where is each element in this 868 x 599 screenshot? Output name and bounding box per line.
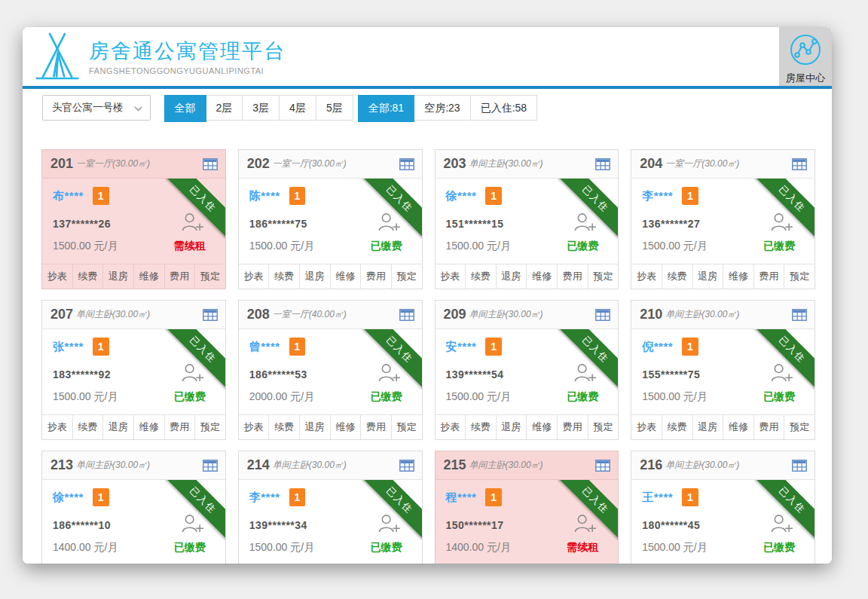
action-renew-button[interactable]: 续费 <box>465 264 496 289</box>
action-repair-button[interactable]: 维修 <box>133 264 164 289</box>
room-card[interactable]: 208 一室一厅(40.00㎡) 曾**** 1 186******53 <box>238 300 423 440</box>
add-tenant-icon[interactable] <box>573 513 597 536</box>
action-checkout-button[interactable]: 退房 <box>692 264 723 289</box>
add-tenant-icon[interactable] <box>377 362 401 386</box>
action-fees-button[interactable]: 费用 <box>753 415 784 439</box>
tenant-name-link[interactable]: 布**** <box>53 189 84 203</box>
building-select[interactable]: 头官公寓一号楼 <box>42 95 151 121</box>
action-repair-button[interactable]: 维修 <box>526 415 557 439</box>
action-meter-button[interactable]: 抄表 <box>631 264 662 289</box>
bill-table-icon[interactable] <box>203 460 218 472</box>
action-renew-button[interactable]: 续费 <box>662 415 692 439</box>
housing-center-button[interactable]: 房屋中心 <box>779 27 832 86</box>
tenant-name-link[interactable]: 徐**** <box>53 491 84 505</box>
bill-table-icon[interactable] <box>399 460 414 472</box>
action-reserve-button[interactable]: 预定 <box>391 415 422 439</box>
room-card[interactable]: 203 单间主卧(30.00㎡) 徐**** 1 151******15 <box>435 149 619 289</box>
add-tenant-icon[interactable] <box>770 513 793 536</box>
room-card[interactable]: 214 单间主卧(30.00㎡) 李**** 1 139******34 <box>238 451 423 564</box>
action-repair-button[interactable]: 维修 <box>133 415 164 439</box>
action-checkout-button[interactable]: 退房 <box>496 415 527 439</box>
action-renew-button[interactable]: 续费 <box>72 415 103 439</box>
action-reserve-button[interactable]: 预定 <box>194 415 225 439</box>
room-card[interactable]: 201 一室一厅(30.00㎡) 布**** 1 137******26 <box>41 149 226 289</box>
action-fees-button[interactable]: 费用 <box>164 415 195 439</box>
add-tenant-icon[interactable] <box>181 212 204 235</box>
action-checkout-button[interactable]: 退房 <box>496 264 527 289</box>
action-meter-button[interactable]: 抄表 <box>436 415 466 439</box>
action-renew-button[interactable]: 续费 <box>465 415 496 439</box>
tenant-name-link[interactable]: 程**** <box>446 491 477 505</box>
action-fees-button[interactable]: 费用 <box>360 415 391 439</box>
action-fees-button[interactable]: 费用 <box>164 264 195 289</box>
tenant-name-link[interactable]: 徐**** <box>446 189 477 203</box>
action-meter-button[interactable]: 抄表 <box>42 264 72 289</box>
action-reserve-button[interactable]: 预定 <box>588 264 619 289</box>
action-checkout-button[interactable]: 退房 <box>299 264 330 289</box>
room-card[interactable]: 202 一室一厅(30.00㎡) 陈**** 1 186******75 <box>238 149 423 289</box>
add-tenant-icon[interactable] <box>181 362 204 386</box>
action-checkout-button[interactable]: 退房 <box>102 264 133 289</box>
room-card[interactable]: 207 单间主卧(30.00㎡) 张**** 1 183******92 <box>41 300 226 440</box>
add-tenant-icon[interactable] <box>377 513 401 536</box>
action-renew-button[interactable]: 续费 <box>268 264 299 289</box>
room-card[interactable]: 213 单间主卧(30.00㎡) 徐**** 1 186******10 <box>41 451 226 564</box>
action-reserve-button[interactable]: 预定 <box>391 264 422 289</box>
tab-floor-2[interactable]: 2层 <box>206 96 243 120</box>
action-repair-button[interactable]: 维修 <box>723 264 753 289</box>
room-card[interactable]: 204 一室一厅(30.00㎡) 李**** 1 136******27 <box>631 149 815 289</box>
action-renew-button[interactable]: 续费 <box>72 264 103 289</box>
action-checkout-button[interactable]: 退房 <box>299 415 330 439</box>
action-fees-button[interactable]: 费用 <box>360 264 391 289</box>
tenant-name-link[interactable]: 王**** <box>642 491 673 505</box>
tab-floor-4[interactable]: 4层 <box>279 96 316 120</box>
bill-table-icon[interactable] <box>792 460 807 472</box>
action-reserve-button[interactable]: 预定 <box>784 264 815 289</box>
add-tenant-icon[interactable] <box>181 513 204 536</box>
action-repair-button[interactable]: 维修 <box>526 264 557 289</box>
bill-table-icon[interactable] <box>792 158 807 170</box>
action-repair-button[interactable]: 维修 <box>330 415 361 439</box>
room-card[interactable]: 215 单间主卧(30.00㎡) 程**** 1 150******17 <box>435 451 619 564</box>
tab-floor-3[interactable]: 3层 <box>242 96 279 120</box>
action-checkout-button[interactable]: 退房 <box>692 415 723 439</box>
bill-table-icon[interactable] <box>203 309 218 321</box>
bill-table-icon[interactable] <box>203 158 218 170</box>
bill-table-icon[interactable] <box>399 158 414 170</box>
action-checkout-button[interactable]: 退房 <box>102 415 133 439</box>
add-tenant-icon[interactable] <box>573 212 597 235</box>
action-meter-button[interactable]: 抄表 <box>631 415 662 439</box>
action-reserve-button[interactable]: 预定 <box>194 264 225 289</box>
tenant-name-link[interactable]: 李**** <box>642 189 673 203</box>
tenant-name-link[interactable]: 陈**** <box>249 189 280 203</box>
room-card[interactable]: 210 单间主卧(30.00㎡) 倪**** 1 155******75 <box>631 300 815 440</box>
bill-table-icon[interactable] <box>399 309 414 321</box>
action-meter-button[interactable]: 抄表 <box>436 264 466 289</box>
tab-count-occupied[interactable]: 已入住:58 <box>470 96 536 120</box>
tenant-name-link[interactable]: 安**** <box>446 340 477 354</box>
action-renew-button[interactable]: 续费 <box>268 415 299 439</box>
room-card[interactable]: 216 单间主卧(30.00㎡) 王**** 1 180******45 <box>631 451 815 564</box>
action-reserve-button[interactable]: 预定 <box>588 415 619 439</box>
action-reserve-button[interactable]: 预定 <box>784 415 815 439</box>
add-tenant-icon[interactable] <box>770 362 793 386</box>
tenant-name-link[interactable]: 张**** <box>53 340 84 354</box>
tab-floor-5[interactable]: 5层 <box>316 96 353 120</box>
tab-count-all[interactable]: 全部:81 <box>358 95 414 122</box>
bill-table-icon[interactable] <box>595 158 610 170</box>
add-tenant-icon[interactable] <box>770 212 793 235</box>
tenant-name-link[interactable]: 倪**** <box>642 340 673 354</box>
bill-table-icon[interactable] <box>595 460 610 472</box>
tab-floor-all[interactable]: 全部 <box>164 95 206 122</box>
tenant-name-link[interactable]: 曾**** <box>249 340 280 354</box>
action-meter-button[interactable]: 抄表 <box>239 264 269 289</box>
action-meter-button[interactable]: 抄表 <box>239 415 269 439</box>
room-card[interactable]: 209 单间主卧(30.00㎡) 安**** 1 139******54 <box>435 300 619 440</box>
bill-table-icon[interactable] <box>595 309 610 321</box>
action-fees-button[interactable]: 费用 <box>557 264 588 289</box>
tab-count-vacant[interactable]: 空房:23 <box>414 96 469 120</box>
action-repair-button[interactable]: 维修 <box>723 415 753 439</box>
action-fees-button[interactable]: 费用 <box>753 264 784 289</box>
action-renew-button[interactable]: 续费 <box>662 264 692 289</box>
action-fees-button[interactable]: 费用 <box>557 415 588 439</box>
